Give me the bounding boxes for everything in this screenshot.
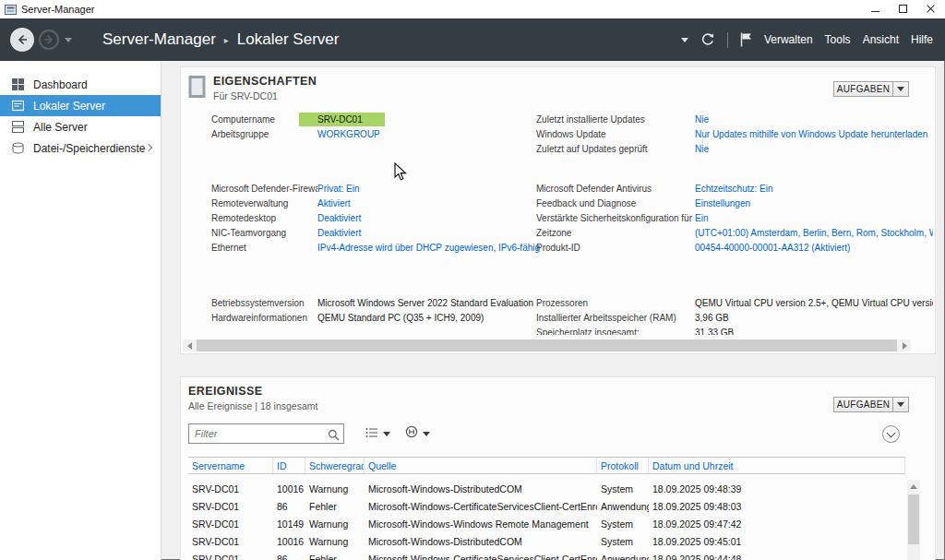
flag-icon[interactable]: [740, 32, 752, 47]
event-row[interactable]: SRV-DC01 10016 Warnung Microsoft-Windows…: [188, 532, 905, 550]
events-panel: EREIGNISSE Alle Ereignisse | 18 insgesam…: [180, 376, 936, 560]
events-tasks-button[interactable]: AUFGABEN: [833, 397, 909, 412]
cell-severity: Warnung: [305, 483, 365, 494]
menu-tools[interactable]: Tools: [825, 33, 851, 46]
scroll-left-arrow[interactable]: [183, 340, 196, 351]
refresh-icon[interactable]: [700, 32, 715, 47]
chevron-down-icon: [897, 402, 904, 407]
property-row: Zuletzt auf Updates geprüft Nie: [536, 141, 933, 156]
property-row: Microsoft Defender-Firewall Privat: Ein: [211, 181, 536, 196]
property-row: NIC-Teamvorgang Deaktiviert: [211, 225, 536, 240]
filter-group-button[interactable]: [402, 423, 433, 444]
event-row[interactable]: SRV-DC01 10016 Warnung Microsoft-Windows…: [188, 480, 905, 497]
property-value-link[interactable]: Nie: [695, 144, 709, 154]
properties-hscrollbar[interactable]: [183, 340, 911, 351]
menu-ansicht[interactable]: Ansicht: [863, 33, 899, 46]
server-icon: [12, 100, 24, 112]
sidebar-item-alle-server[interactable]: Alle Server: [0, 116, 161, 137]
property-label: Installierter Arbeitsspeicher (RAM): [536, 313, 695, 323]
sidebar-item-label: Dashboard: [33, 78, 88, 91]
property-label: NIC-Teamvorgang: [211, 228, 317, 238]
event-row[interactable]: SRV-DC01 86 Fehler Microsoft-Windows-Cer…: [188, 497, 905, 515]
dashboard-icon: [12, 78, 24, 90]
property-value-link[interactable]: IPv4-Adresse wird über DHCP zugewiesen, …: [317, 243, 540, 253]
triangle-right-icon: [903, 342, 907, 350]
property-value-link[interactable]: Nur Updates mithilfe von Windows Update …: [695, 129, 927, 139]
breadcrumb-root[interactable]: Server-Manager: [102, 30, 216, 49]
property-value-link[interactable]: WORKGROUP: [317, 129, 380, 139]
nav-history-caret-icon[interactable]: [65, 38, 72, 42]
minimize-button[interactable]: [861, 0, 889, 18]
property-row: Zeitzone (UTC+01:00) Amsterdam, Berlin, …: [536, 225, 933, 240]
event-row[interactable]: SRV-DC01 10149 Warnung Microsoft-Windows…: [188, 515, 905, 532]
vscrollbar-thumb[interactable]: [908, 494, 919, 544]
notifications-caret-icon[interactable]: [681, 38, 688, 42]
property-label: Arbeitsgruppe: [211, 129, 317, 139]
property-row: Ethernet IPv4-Adresse wird über DHCP zug…: [211, 240, 536, 255]
column-protokoll[interactable]: Protokoll: [597, 458, 649, 473]
property-value-link[interactable]: Einstellungen: [695, 198, 750, 209]
server-manager-window: Server-Manager Server-Manager ▸ Lokaler …: [0, 0, 945, 560]
property-value-link[interactable]: (UTC+01:00) Amsterdam, Berlin, Bern, Rom…: [695, 228, 933, 238]
property-value: QEMU Virtual CPU version 2.5+, QEMU Virt…: [695, 298, 933, 308]
property-value-link[interactable]: Privat: Ein: [317, 184, 360, 194]
close-button[interactable]: [916, 0, 944, 18]
filter-input[interactable]: [189, 424, 343, 443]
property-value: 31,33 GB: [695, 328, 734, 336]
cell-severity: Warnung: [305, 518, 365, 530]
property-value: QEMU Standard PC (Q35 + ICH9, 2009): [317, 313, 484, 323]
expand-chevron-icon[interactable]: [145, 144, 152, 151]
list-icon: [365, 425, 378, 442]
group-spacer: [536, 156, 933, 181]
cell-datetime: 18.09.2025 09:45:01: [649, 536, 905, 547]
server-manager-app-icon: [5, 4, 17, 16]
property-value-link[interactable]: Deaktiviert: [317, 228, 361, 238]
property-value-link[interactable]: Echtzeitschutz: Ein: [695, 184, 772, 194]
scroll-up-arrow[interactable]: [907, 480, 920, 493]
cell-datetime: 18.09.2025 09:48:39: [649, 483, 905, 494]
hscrollbar-thumb[interactable]: [197, 340, 897, 351]
menu-hilfe[interactable]: Hilfe: [911, 33, 933, 46]
property-value-link[interactable]: Ein: [695, 213, 708, 223]
cell-source: Microsoft-Windows-CertificateServicesCli…: [365, 554, 597, 560]
property-label: Zuletzt installierte Updates: [536, 114, 695, 125]
forward-button[interactable]: [39, 30, 59, 50]
scroll-right-arrow[interactable]: [898, 340, 911, 351]
sidebar-item-dashboard[interactable]: Dashboard: [0, 74, 161, 95]
property-value-link[interactable]: 00454-40000-00001-AA312 (Aktiviert): [695, 243, 850, 253]
property-value-link[interactable]: Deaktiviert: [317, 213, 361, 223]
breadcrumb: Server-Manager ▸ Lokaler Server: [102, 30, 339, 49]
column-servername[interactable]: Servername: [188, 458, 273, 473]
property-value-link[interactable]: Nie: [695, 114, 709, 125]
properties-tasks-button[interactable]: AUFGABEN: [833, 81, 909, 97]
navbar: Server-Manager ▸ Lokaler Server Verwalte…: [0, 18, 945, 61]
property-value-link[interactable]: Aktiviert: [317, 198, 351, 209]
cell-source: Microsoft-Windows-Windows Remote Managem…: [365, 518, 597, 530]
maximize-button[interactable]: [889, 0, 916, 18]
menu-verwalten[interactable]: Verwalten: [764, 33, 813, 46]
column-id[interactable]: ID: [273, 458, 305, 473]
column-schweregrad[interactable]: Schweregrad: [305, 458, 365, 473]
cell-severity: Fehler: [305, 501, 365, 512]
group-spacer: [536, 255, 933, 295]
property-label: Zeitzone: [536, 228, 695, 238]
cell-protocol: Anwendung: [597, 554, 649, 560]
sidebar-item-lokaler-server[interactable]: Lokaler Server: [0, 95, 161, 116]
breadcrumb-separator-icon: ▸: [224, 35, 229, 45]
cell-datetime: 18.09.2025 09:48:03: [649, 501, 905, 512]
events-subtitle: Alle Ereignisse | 18 insgesamt: [188, 400, 317, 411]
property-value: Microsoft Windows Server 2022 Standard E…: [317, 298, 533, 308]
properties-grid: Computername SRV-DC01 Arbeitsgruppe WORK…: [211, 112, 933, 335]
event-row[interactable]: SRV-DC01 86 Fehler Microsoft-Windows-Cer…: [188, 550, 905, 560]
collapse-events-button[interactable]: [882, 425, 900, 443]
breadcrumb-current: Lokaler Server: [237, 30, 340, 49]
events-scrollbar[interactable]: [907, 480, 920, 560]
servers-icon: [12, 121, 24, 133]
search-icon: [328, 428, 340, 445]
sidebar-item-label: Alle Server: [33, 121, 88, 134]
sidebar-item-datei-speicherdienste[interactable]: Datei-/Speicherdienste: [0, 137, 161, 159]
filter-saved-button[interactable]: [363, 423, 393, 444]
back-button[interactable]: [10, 28, 34, 52]
column-datum-uhrzeit[interactable]: Datum und Uhrzeit: [649, 458, 905, 473]
column-quelle[interactable]: Quelle: [365, 458, 597, 473]
